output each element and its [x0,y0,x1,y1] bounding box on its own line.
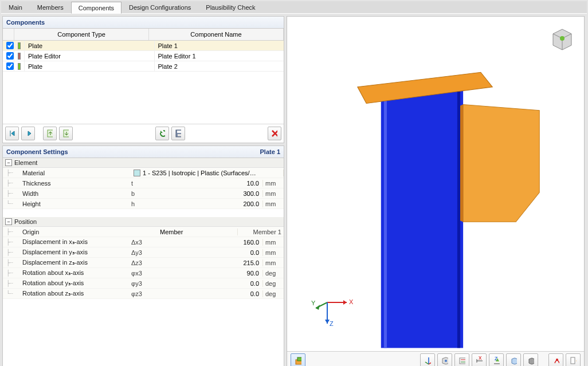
property-value[interactable]: 200.0 [158,200,263,207]
svg-marker-40 [529,358,534,364]
property-label: Rotation about x₃-axis [22,269,131,277]
isolate-button[interactable]: z [489,353,504,366]
tab-main[interactable]: Main [1,1,30,13]
move-last-button[interactable] [21,127,35,140]
tree-icon: ├┄ [3,249,22,255]
section-header[interactable]: −Position [3,217,284,227]
property-value2: Member 1 [238,229,284,235]
collapse-icon[interactable]: − [5,159,12,166]
property-symbol: φz3 [131,290,158,297]
property-value[interactable]: 160.0 [158,239,263,246]
row-type: Plate [25,61,155,71]
property-row[interactable]: ├┄Widthb300.0mm [3,188,284,199]
snapshot-button[interactable] [566,353,581,366]
property-label: Height [22,200,131,207]
reload-button[interactable] [155,127,169,140]
tab-components[interactable]: Components [71,2,121,14]
show-labels-button[interactable] [454,353,469,366]
view-cube[interactable] [548,25,576,52]
axis-triad: X Y Z [310,288,356,334]
row-name: Plate 2 [155,61,284,71]
property-unit: mm [263,190,284,197]
property-unit: mm [263,249,284,256]
axes-toggle-button[interactable] [420,353,435,366]
tab-design-configurations[interactable]: Design Configurations [121,1,198,13]
property-row[interactable]: └┄Heighth200.0mm [3,199,284,209]
section-label: Position [14,218,37,225]
row-name: Plate Editor 1 [155,51,284,61]
svg-rect-3 [177,131,181,133]
property-symbol: h [131,200,158,207]
property-row[interactable]: └┄Rotation about z₃-axisφz30.0deg [3,289,284,299]
svg-marker-20 [325,320,330,324]
components-panel: Components Component Type Component Name… [2,16,284,143]
property-row[interactable]: ├┄Thicknesst10.0mm [3,178,284,188]
property-row[interactable]: ├┄Displacement in y₃-axisΔy30.0mm [3,247,284,258]
property-value[interactable]: 0.0 [158,249,263,256]
view-direction-button[interactable] [437,353,452,366]
svg-rect-29 [460,358,465,364]
property-value[interactable]: 0.0 [158,280,263,287]
table-row[interactable]: Plate Plate 2 [3,61,284,72]
component-settings-header: Component Settings Plate 1 [3,146,284,158]
property-row[interactable]: ├┄Displacement in z₃-axisΔz3215.0mm [3,258,284,268]
tree-icon: ├┄ [3,259,22,266]
color-swatch [18,63,21,70]
row-checkbox[interactable] [6,52,14,60]
property-value[interactable]: 1 - S235 | Isotropic | Plastic (Surfaces… [131,170,284,176]
move-up-button[interactable] [43,127,57,140]
property-value[interactable]: 0.0 [158,290,263,297]
table-row[interactable]: Plate Editor Plate Editor 1 [3,51,284,61]
table-row[interactable]: Plate Plate 1 [3,41,284,51]
svg-text:Y: Y [311,300,316,306]
svg-marker-5 [381,81,463,348]
transparency-button[interactable] [506,353,521,366]
tree-icon: ├┄ [3,190,22,196]
property-value[interactable]: 215.0 [158,259,263,266]
property-value[interactable]: 90.0 [158,270,263,277]
property-value[interactable]: 300.0 [158,190,263,197]
tree-icon: └┄ [3,290,22,297]
components-table-body: Plate Plate 1 Plate Editor Plate Editor … [3,41,284,124]
tab-members[interactable]: Members [30,1,71,13]
section-header[interactable]: −Element [3,158,284,168]
header-component-type[interactable]: Component Type [14,29,149,40]
components-panel-title: Components [3,17,284,29]
save-button[interactable] [171,127,185,140]
delete-button[interactable] [268,127,281,140]
move-first-button[interactable] [5,127,19,140]
svg-line-26 [425,362,429,364]
tree-icon: ├┄ [3,229,22,235]
property-unit: mm [263,200,284,207]
move-down-button[interactable] [59,127,73,140]
property-label: Displacement in x₃-axis [22,238,131,246]
header-component-name[interactable]: Component Name [149,29,284,40]
property-symbol: b [131,190,158,197]
property-row[interactable]: ├┄Displacement in x₃-axisΔx3160.0mm [3,237,284,247]
row-name: Plate 1 [155,41,284,50]
show-dimensions-button[interactable]: x [472,353,487,366]
settings-title: Component Settings [6,148,68,155]
property-label: Origin [22,229,131,235]
render-mode-button[interactable] [523,353,538,366]
property-row[interactable]: ├┄OriginMemberMember 1 [3,227,284,237]
property-row[interactable]: ├┄Material1 - S235 | Isotropic | Plastic… [3,168,284,178]
svg-point-28 [445,360,447,362]
property-row[interactable]: ├┄Rotation about y₃-axisφy30.0deg [3,278,284,289]
property-row[interactable]: ├┄Rotation about x₃-axisφx390.0deg [3,268,284,278]
property-symbol: Δx3 [131,239,158,246]
tree-icon: └┄ [3,200,22,207]
property-unit: mm [263,239,284,246]
3d-viewport[interactable]: X Y Z [287,17,584,351]
view-mode-button[interactable] [291,353,305,366]
svg-marker-14 [343,300,347,305]
tab-plausibility-check[interactable]: Plausibility Check [198,1,262,13]
property-label: Material [22,170,131,176]
collapse-icon[interactable]: − [5,218,12,225]
section-label: Element [14,159,37,166]
property-value[interactable]: 10.0 [158,180,263,187]
deformation-button[interactable] [548,353,563,366]
property-value[interactable]: Member [158,229,238,235]
row-checkbox[interactable] [6,62,14,70]
row-checkbox[interactable] [6,42,14,49]
